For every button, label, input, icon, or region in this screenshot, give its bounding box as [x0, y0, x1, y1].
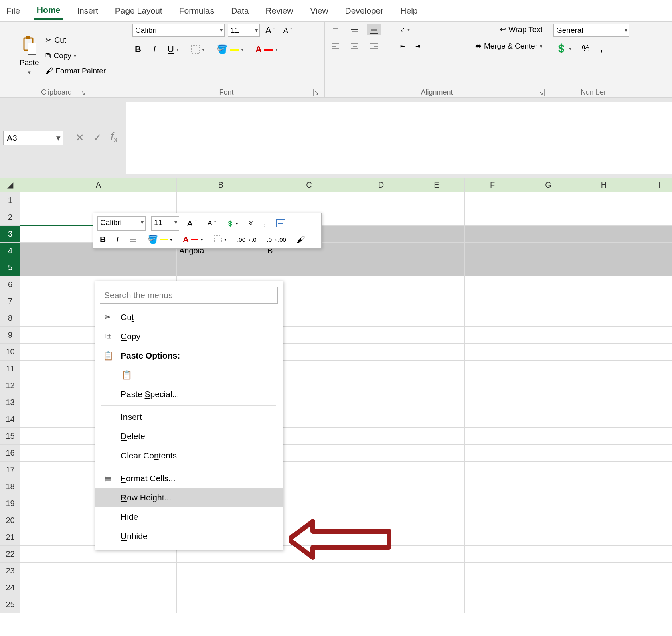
font-size-select[interactable]: 11: [228, 24, 260, 37]
tab-formulas[interactable]: Formulas: [177, 3, 217, 19]
cell-I3[interactable]: [632, 226, 672, 243]
cell-D14[interactable]: [353, 411, 409, 428]
cell-I19[interactable]: [632, 495, 672, 512]
tab-data[interactable]: Data: [229, 3, 251, 19]
cell-F23[interactable]: [465, 563, 520, 579]
cell-F4[interactable]: [465, 243, 520, 259]
cell-I5[interactable]: [632, 259, 672, 276]
cell-E9[interactable]: [409, 327, 465, 344]
underline-button[interactable]: U ▾: [165, 43, 181, 55]
col-header-B[interactable]: B: [177, 178, 265, 192]
cell-E21[interactable]: [409, 529, 465, 546]
row-header-22[interactable]: 22: [0, 546, 20, 563]
align-top-button[interactable]: [329, 24, 342, 35]
cell-I8[interactable]: [632, 310, 672, 327]
cell-H2[interactable]: [576, 209, 632, 226]
col-header-E[interactable]: E: [409, 178, 465, 192]
cell-D3[interactable]: [353, 226, 409, 243]
align-center-button[interactable]: [348, 41, 362, 51]
mini-format-painter[interactable]: 🖌: [294, 234, 308, 245]
cell-F11[interactable]: [465, 361, 520, 377]
col-header-A[interactable]: A: [20, 178, 177, 192]
cell-I11[interactable]: [632, 361, 672, 377]
cell-G24[interactable]: [520, 579, 576, 596]
cell-E1[interactable]: [409, 192, 465, 209]
cell-I22[interactable]: [632, 546, 672, 563]
row-header-25[interactable]: 25: [0, 596, 20, 613]
tab-insert[interactable]: Insert: [75, 3, 101, 19]
row-header-21[interactable]: 21: [0, 529, 20, 546]
italic-button[interactable]: I: [151, 43, 158, 55]
cell-F5[interactable]: [465, 259, 520, 276]
cell-I25[interactable]: [632, 596, 672, 613]
mini-fill-color[interactable]: 🪣▾: [145, 234, 175, 245]
row-header-3[interactable]: 3: [0, 226, 20, 243]
cell-A5[interactable]: [20, 259, 177, 276]
cell-H10[interactable]: [576, 344, 632, 361]
ctx-paste-special[interactable]: Paste Special...: [95, 385, 283, 404]
mini-decrease-font[interactable]: Aˇ: [205, 219, 219, 228]
cell-F12[interactable]: [465, 377, 520, 394]
cell-F16[interactable]: [465, 445, 520, 462]
cell-B1[interactable]: [177, 192, 265, 209]
cell-H14[interactable]: [576, 411, 632, 428]
cell-G15[interactable]: [520, 428, 576, 445]
cell-E18[interactable]: [409, 478, 465, 495]
ctx-hide[interactable]: Hide: [95, 507, 283, 527]
cell-E10[interactable]: [409, 344, 465, 361]
cell-B5[interactable]: [177, 259, 265, 276]
cell-G7[interactable]: [520, 293, 576, 310]
cell-B24[interactable]: [177, 579, 265, 596]
row-header-4[interactable]: 4: [0, 243, 20, 259]
orientation-button[interactable]: ⤢ ▾: [398, 26, 412, 34]
ctx-unhide[interactable]: Unhide: [95, 527, 283, 546]
cell-B23[interactable]: [177, 563, 265, 579]
cell-E15[interactable]: [409, 428, 465, 445]
ctx-row-height[interactable]: Row Height...: [95, 488, 283, 507]
borders-button[interactable]: ▾: [188, 44, 207, 55]
cell-C1[interactable]: [265, 192, 353, 209]
mini-borders[interactable]: ▾: [211, 235, 229, 244]
cell-D24[interactable]: [353, 579, 409, 596]
cell-G9[interactable]: [520, 327, 576, 344]
col-header-C[interactable]: C: [265, 178, 353, 192]
cell-H8[interactable]: [576, 310, 632, 327]
col-header-H[interactable]: H: [576, 178, 632, 192]
cell-G17[interactable]: [520, 462, 576, 478]
font-color-button[interactable]: A ▾: [253, 43, 280, 55]
cell-H1[interactable]: [576, 192, 632, 209]
align-bottom-button[interactable]: [367, 24, 381, 35]
row-header-8[interactable]: 8: [0, 310, 20, 327]
cell-G20[interactable]: [520, 512, 576, 529]
paste-split-button[interactable]: Paste ▾: [20, 36, 39, 75]
cell-I17[interactable]: [632, 462, 672, 478]
increase-indent-button[interactable]: ⇥: [413, 42, 423, 50]
cell-H16[interactable]: [576, 445, 632, 462]
mini-font-color[interactable]: A▾: [180, 234, 206, 245]
col-header-G[interactable]: G: [520, 178, 576, 192]
cell-H13[interactable]: [576, 394, 632, 411]
mini-accounting[interactable]: 💲▾: [224, 219, 241, 227]
mini-decrease-decimal[interactable]: .00→.0: [235, 235, 259, 244]
cell-I13[interactable]: [632, 394, 672, 411]
tab-help[interactable]: Help: [398, 3, 420, 19]
mini-font-select[interactable]: Calibri: [97, 216, 146, 231]
merge-center-button[interactable]: ⬌ Merge & Center ▾: [473, 41, 545, 51]
cell-I6[interactable]: [632, 276, 672, 293]
mini-bold[interactable]: B: [97, 234, 108, 245]
cell-E24[interactable]: [409, 579, 465, 596]
cell-F6[interactable]: [465, 276, 520, 293]
ctx-insert[interactable]: Insert: [95, 407, 283, 427]
col-header-D[interactable]: D: [353, 178, 409, 192]
mini-percent[interactable]: %: [246, 219, 256, 227]
cell-E20[interactable]: [409, 512, 465, 529]
cell-E23[interactable]: [409, 563, 465, 579]
ctx-copy[interactable]: ⧉Copy: [95, 327, 283, 346]
wrap-text-button[interactable]: ↩ Wrap Text: [497, 24, 545, 35]
cell-I14[interactable]: [632, 411, 672, 428]
decrease-font-button[interactable]: Aˇ: [281, 26, 294, 36]
cell-H23[interactable]: [576, 563, 632, 579]
cell-G13[interactable]: [520, 394, 576, 411]
row-header-24[interactable]: 24: [0, 579, 20, 596]
cell-G19[interactable]: [520, 495, 576, 512]
